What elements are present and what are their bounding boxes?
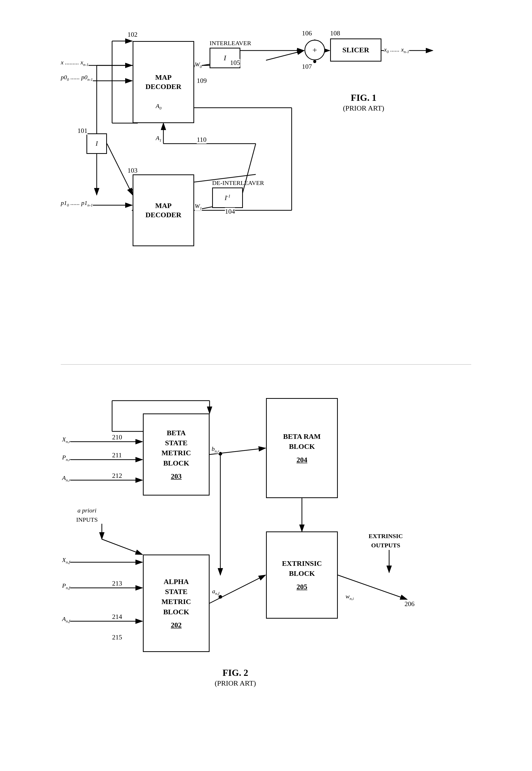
map1-label: MAPDECODER [145, 73, 181, 92]
map2-label: MAPDECODER [145, 201, 181, 220]
fig2-subtitle: (PRIOR ART) [215, 679, 256, 687]
map-decoder-2: MAPDECODER [133, 174, 194, 246]
extrinsic-block: EXTRINSICBLOCK 205 [266, 531, 338, 619]
label-206: 206 [405, 600, 415, 608]
w1-label: W1 [195, 203, 202, 211]
plus-symbol: + [312, 45, 317, 55]
svg-line-9 [266, 51, 304, 60]
label-202-underline: 202 [171, 620, 182, 630]
label-211: 211 [112, 451, 122, 459]
beta-state-block: BETASTATEMETRICBLOCK 203 [143, 413, 210, 496]
alpha-state-label: ALPHASTATEMETRICBLOCK [161, 577, 191, 617]
a-nf-label: an,f [212, 588, 219, 596]
p1-input-label: p10 ...... p1n-1 [61, 200, 93, 207]
fig1-title: FIG. 1 [343, 92, 384, 103]
anr-label: An,r [62, 475, 70, 482]
b-nr-label: bn,r [212, 446, 219, 453]
apriori-label: a prioriINPUTS [76, 506, 98, 524]
alpha-state-block: ALPHASTATEMETRICBLOCK 202 [143, 555, 210, 652]
label-205-underline: 205 [297, 582, 307, 592]
label-210: 210 [112, 433, 122, 441]
label-103: 103 [127, 167, 137, 174]
adder-block: + [304, 40, 325, 60]
i-symbol-1: I [224, 53, 226, 63]
page: MAPDECODER MAPDECODER INTERLEAVER I DE-I… [0, 0, 532, 771]
label-213: 213 [112, 580, 122, 587]
beta-state-label: BETASTATEMETRICBLOCK [161, 428, 191, 468]
slicer-label: SLICER [342, 45, 369, 55]
svg-line-45 [102, 539, 142, 555]
x-output-label: x0 ...... xn-1 [384, 46, 409, 54]
slicer-block: SLICER [330, 38, 381, 62]
label-215: 215 [112, 634, 122, 641]
extrinsic-outputs-label: EXTRINSICOUTPUTS [369, 531, 403, 550]
beta-ram-block: BETA RAMBLOCK 204 [266, 398, 338, 498]
fig2-title-area: FIG. 2 (PRIOR ART) [215, 667, 256, 687]
svg-point-27 [313, 60, 316, 63]
i-symbol-small: I [96, 139, 98, 148]
w0-label: W0 [195, 61, 202, 69]
label-108: 108 [330, 29, 340, 37]
fig1-svg [61, 15, 471, 344]
interleaver-i-block: I [86, 133, 107, 154]
label-212: 212 [112, 472, 122, 480]
fig2-diagram: BETASTATEMETRICBLOCK 203 BETA RAMBLOCK 2… [61, 380, 471, 765]
label-104: 104 [225, 208, 235, 215]
extrinsic-label: EXTRINSICBLOCK [282, 558, 322, 578]
label-106: 106 [302, 29, 312, 37]
w-ni-label: wn,i [346, 593, 354, 601]
label-203-underline: 203 [171, 471, 182, 481]
i-inv-symbol: I-1 [225, 193, 231, 202]
section-divider [61, 364, 471, 365]
pnf-label: Pn,f [62, 582, 70, 590]
label-105: 105 [230, 59, 240, 67]
xnr-label: Xn,r [62, 436, 70, 444]
label-101: 101 [77, 127, 87, 135]
label-204-underline: 204 [297, 455, 307, 465]
fig1-subtitle: (PRIOR ART) [343, 104, 384, 112]
deinterleaver-block: I-1 [212, 187, 243, 208]
fig2-title: FIG. 2 [215, 667, 256, 678]
fig1-title-area: FIG. 1 (PRIOR ART) [343, 92, 384, 112]
deinterleaver-label: DE-INTERLEAVER [212, 180, 264, 186]
label-102: 102 [127, 31, 137, 38]
a0-label: A0 [156, 103, 161, 111]
beta-ram-label: BETA RAMBLOCK [283, 431, 321, 451]
anf-label: An,f [62, 616, 70, 624]
pnr-label: Pn,r [62, 454, 70, 462]
label-214: 214 [112, 613, 122, 621]
label-109: 109 [197, 77, 207, 85]
x-input-label: x ......... xn-1 [61, 59, 88, 67]
p0-input-label: p00 ...... p0n-1 [61, 74, 93, 82]
xnf-label: Xn,f [62, 557, 70, 565]
fig1-diagram: MAPDECODER MAPDECODER INTERLEAVER I DE-I… [61, 15, 471, 344]
map-decoder-1: MAPDECODER [133, 41, 194, 123]
a1-label: A1 [156, 135, 161, 143]
label-107: 107 [302, 63, 312, 71]
label-110: 110 [197, 136, 206, 144]
interleaver-label: INTERLEAVER [210, 40, 251, 47]
